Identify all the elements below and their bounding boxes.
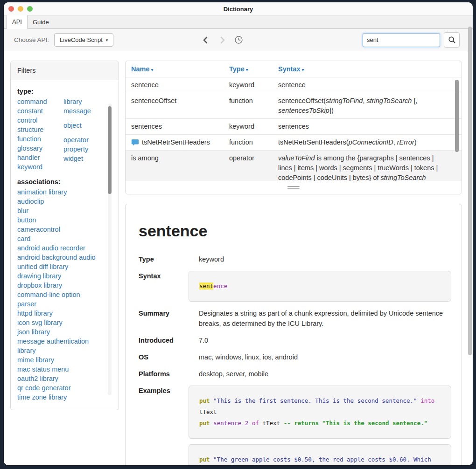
type-filter-link[interactable]: message — [63, 107, 91, 115]
association-filter-link[interactable]: android audio recorder — [17, 244, 85, 252]
column-header-name[interactable]: Name▾ — [131, 65, 229, 73]
list-item: property — [63, 145, 108, 154]
type-filter-link[interactable]: handler — [17, 154, 40, 161]
association-filter-link[interactable]: android background audio — [17, 254, 96, 261]
detail-row-type: Type keyword — [126, 254, 462, 264]
syntax-parameter: sentencesToSkip — [278, 107, 329, 114]
tab-guide[interactable]: Guide — [28, 16, 54, 29]
association-filter-link[interactable]: command-line option — [17, 291, 80, 298]
example-block: put "The green apple costs $0.50, the re… — [199, 444, 450, 465]
forward-icon — [218, 36, 226, 44]
list-item: message authentication library — [17, 337, 102, 355]
code-token — [248, 420, 252, 427]
list-item: keyword — [17, 162, 63, 172]
window-scrollbar-thumb[interactable] — [468, 27, 472, 355]
type-filter-link[interactable]: glossary — [17, 145, 42, 152]
table-scrollbar-thumb[interactable] — [455, 80, 459, 152]
type-value: keyword — [199, 254, 450, 264]
list-item: oauth2 library — [17, 374, 102, 383]
list-item: time zone library — [17, 393, 102, 401]
association-filter-link[interactable]: button — [17, 216, 36, 224]
association-filter-link[interactable]: dropbox library — [17, 282, 62, 289]
cell-syntax: tsNetRetrSentHeaders(pConnectionID, rErr… — [278, 138, 456, 147]
type-filter-link[interactable]: object — [63, 122, 82, 129]
type-filter-link[interactable]: keyword — [17, 163, 42, 171]
type-filter-link[interactable]: structure — [17, 126, 43, 133]
column-header-label: Type — [229, 65, 245, 73]
association-filter-link[interactable]: mime library — [17, 356, 54, 364]
history-button[interactable] — [234, 35, 243, 45]
caret-down-icon: ▾ — [106, 38, 108, 42]
back-button[interactable] — [201, 35, 210, 45]
association-filter-link[interactable]: qr code generator — [17, 384, 70, 392]
table-row[interactable]: is amongoperatorvalueToFind is among the… — [126, 151, 462, 186]
list-item: mac status menu — [17, 365, 102, 374]
api-select-value: LiveCode Script — [60, 36, 103, 43]
type-filter-link[interactable]: operator — [63, 136, 89, 144]
detail-row-summary: Summary Designates a string as part of a… — [126, 308, 462, 329]
association-filter-link[interactable]: unified diff library — [17, 263, 68, 270]
association-filter-link[interactable]: message authentication library — [17, 338, 89, 354]
code-token: into — [420, 397, 434, 404]
cell-syntax: sentence — [278, 80, 456, 90]
association-filter-link[interactable]: icon svg library — [17, 319, 63, 326]
association-filter-link[interactable]: audioclip — [17, 198, 44, 205]
association-filter-link[interactable]: parser — [17, 300, 36, 308]
sort-caret-icon: ▾ — [151, 67, 154, 72]
code-token: sentence — [213, 420, 241, 427]
syntax-parameter: valueToFind — [278, 154, 315, 162]
association-filter-link[interactable]: drawing library — [17, 272, 61, 280]
filters-scrollbar-thumb[interactable] — [108, 106, 112, 194]
list-item: android audio recorder — [17, 243, 102, 253]
type-filter-link[interactable]: widget — [63, 155, 83, 162]
tab-api[interactable]: API — [7, 15, 28, 29]
history-nav-group — [201, 35, 243, 45]
forward-button[interactable] — [217, 35, 227, 45]
type-filter-link[interactable]: constant — [17, 107, 43, 115]
association-filter-link[interactable]: json library — [17, 328, 50, 336]
tab-bar: API Guide — [4, 15, 473, 29]
column-header-syntax[interactable]: Syntax▾ — [278, 65, 456, 73]
association-filter-link[interactable]: card — [17, 235, 30, 242]
list-item: audioclip — [17, 197, 102, 206]
cell-name: sentences — [131, 122, 229, 131]
table-row[interactable]: tsNetRetrSentHeadersfunctiontsNetRetrSen… — [126, 135, 462, 151]
api-select-dropdown[interactable]: LiveCode Script ▾ — [54, 33, 113, 47]
search-input[interactable] — [363, 33, 440, 47]
code-token — [210, 397, 214, 404]
table-row[interactable]: sentenceskeywordsentences — [126, 119, 462, 135]
type-filter-link[interactable]: control — [17, 117, 38, 124]
type-filter-link[interactable]: property — [63, 145, 88, 153]
entry-name: is among — [131, 153, 159, 163]
type-filter-link[interactable]: command — [17, 98, 47, 105]
sort-caret-icon: ▾ — [246, 67, 248, 72]
type-filter-link[interactable]: library — [63, 98, 82, 105]
code-token: put — [199, 420, 210, 427]
minimize-window-icon[interactable] — [18, 6, 23, 12]
search-button[interactable] — [444, 32, 460, 48]
type-filter-link[interactable]: function — [17, 135, 41, 143]
cell-type: keyword — [229, 122, 278, 131]
os-value: mac, windows, linux, ios, android — [199, 352, 450, 362]
code-token — [210, 420, 214, 427]
association-filter-link[interactable]: cameracontrol — [17, 226, 60, 233]
table-row[interactable]: sentenceOffsetfunctionsentenceOffset(str… — [126, 93, 462, 119]
column-header-type[interactable]: Type▾ — [229, 65, 278, 73]
table-row[interactable]: sentencekeywordsentence — [126, 77, 462, 93]
list-item: blur — [17, 206, 102, 215]
association-filter-link[interactable]: oauth2 library — [17, 375, 58, 382]
association-filter-link[interactable]: httpd library — [17, 310, 53, 317]
association-filter-link[interactable]: time zone library — [17, 393, 67, 401]
entry-name: sentenceOffset — [131, 96, 176, 106]
close-window-icon[interactable] — [8, 6, 14, 12]
association-filter-link[interactable]: blur — [17, 207, 28, 214]
syntax-parameter: stringToSearch — [366, 97, 412, 104]
association-filter-link[interactable]: animation library — [17, 188, 67, 196]
entry-name: sentences — [131, 122, 162, 131]
list-item: glossary — [17, 144, 63, 153]
example-block: put "This is the first sentence. This is… — [199, 386, 450, 439]
list-item: cameracontrol — [17, 225, 102, 234]
zoom-window-icon[interactable] — [27, 6, 33, 12]
association-filter-link[interactable]: mac status menu — [17, 366, 69, 373]
split-drag-handle[interactable] — [287, 185, 300, 191]
